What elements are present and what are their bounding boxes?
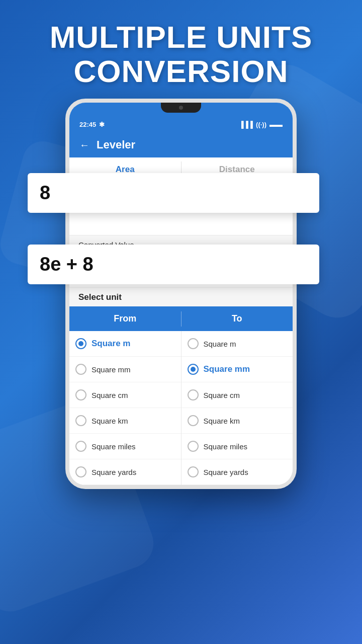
- radio-button: [75, 338, 86, 349]
- unit-label: Square km: [204, 417, 240, 425]
- radio-inner: [191, 367, 196, 372]
- status-left: 22:45 ✱: [79, 121, 105, 128]
- signal-icon: ▐▐▐: [239, 121, 253, 128]
- to-unit-item[interactable]: Square km: [182, 408, 293, 434]
- unit-label: Square miles: [204, 442, 248, 451]
- converted-value-box: 8e + 8: [28, 245, 319, 284]
- radio-button: [75, 389, 86, 400]
- radio-button: [75, 415, 86, 426]
- unit-selector-panel: From To Square mSquare mmSquare cmSquare…: [69, 306, 293, 485]
- to-unit-item[interactable]: Square m: [182, 331, 293, 357]
- radio-button: [75, 364, 86, 375]
- unit-label: Square yards: [204, 468, 248, 476]
- unit-label: Square mm: [204, 364, 250, 374]
- converted-value-display: 8e + 8: [40, 254, 94, 275]
- page-wrapper: MULTIPLE UNITS CONVERSION 8 8e + 8: [0, 0, 362, 644]
- content-area: Enter Value Converted Value Select unit …: [69, 184, 293, 485]
- app-bar: ← Leveler: [69, 132, 293, 157]
- from-unit-item[interactable]: Square yards: [69, 459, 181, 485]
- radio-button: [188, 389, 199, 400]
- status-bar: 22:45 ✱ ▐▐▐ ((·)) ▬▬: [69, 117, 293, 132]
- radio-button: [188, 441, 199, 452]
- to-unit-item[interactable]: Square yards: [182, 459, 293, 485]
- bluetooth-icon: ✱: [99, 121, 105, 128]
- unit-label: Square m: [204, 340, 236, 348]
- from-column: Square mSquare mmSquare cmSquare kmSquar…: [69, 331, 182, 485]
- unit-label: Square mm: [92, 365, 131, 374]
- unit-label: Square cm: [204, 391, 240, 399]
- to-column-header: To: [182, 306, 293, 331]
- unit-columns-header: From To: [69, 306, 293, 331]
- radio-button: [188, 364, 199, 375]
- wifi-icon: ((·)): [256, 121, 266, 128]
- radio-inner: [78, 341, 83, 346]
- app-title: Leveler: [97, 138, 135, 151]
- battery-icon: ▬▬: [269, 121, 283, 128]
- to-unit-item[interactable]: Square mm: [182, 357, 293, 382]
- header-line1: MULTIPLE UNITS: [0, 20, 362, 54]
- to-unit-item[interactable]: Square miles: [182, 434, 293, 459]
- status-time: 22:45: [79, 121, 96, 128]
- radio-button: [188, 466, 199, 477]
- phone-frame: 22:45 ✱ ▐▐▐ ((·)) ▬▬ ← Leveler: [65, 99, 297, 489]
- radio-button: [188, 415, 199, 426]
- radio-button: [75, 441, 86, 452]
- status-right: ▐▐▐ ((·)) ▬▬: [239, 121, 283, 128]
- to-column: Square mSquare mmSquare cmSquare kmSquar…: [182, 331, 293, 485]
- phone-top: [69, 103, 293, 117]
- phone-mockup: 22:45 ✱ ▐▐▐ ((·)) ▬▬ ← Leveler: [0, 99, 362, 489]
- from-column-header: From: [69, 306, 181, 331]
- from-unit-item[interactable]: Square mm: [69, 357, 181, 382]
- enter-value-box: 8: [28, 173, 319, 213]
- unit-label: Square m: [92, 339, 130, 349]
- unit-label: Square km: [92, 417, 128, 425]
- select-unit-label: Select unit: [69, 287, 293, 306]
- from-unit-item[interactable]: Square miles: [69, 434, 181, 459]
- to-unit-item[interactable]: Square cm: [182, 382, 293, 408]
- unit-label: Square yards: [92, 468, 136, 476]
- from-unit-item[interactable]: Square cm: [69, 382, 181, 408]
- unit-label: Square cm: [92, 391, 128, 399]
- header-line2: CONVERSION: [0, 54, 362, 89]
- header-title-block: MULTIPLE UNITS CONVERSION: [0, 0, 362, 99]
- phone-area: 8 8e + 8 22:45 ✱: [0, 99, 362, 592]
- back-button[interactable]: ←: [79, 139, 89, 151]
- radio-button: [188, 338, 199, 349]
- from-unit-item[interactable]: Square m: [69, 331, 181, 357]
- unit-label: Square miles: [92, 442, 136, 451]
- unit-rows: Square mSquare mmSquare cmSquare kmSquar…: [69, 331, 293, 485]
- radio-button: [75, 466, 86, 477]
- enter-value-display: 8: [40, 182, 50, 203]
- from-unit-item[interactable]: Square km: [69, 408, 181, 434]
- notch: [161, 103, 201, 113]
- camera: [179, 106, 183, 110]
